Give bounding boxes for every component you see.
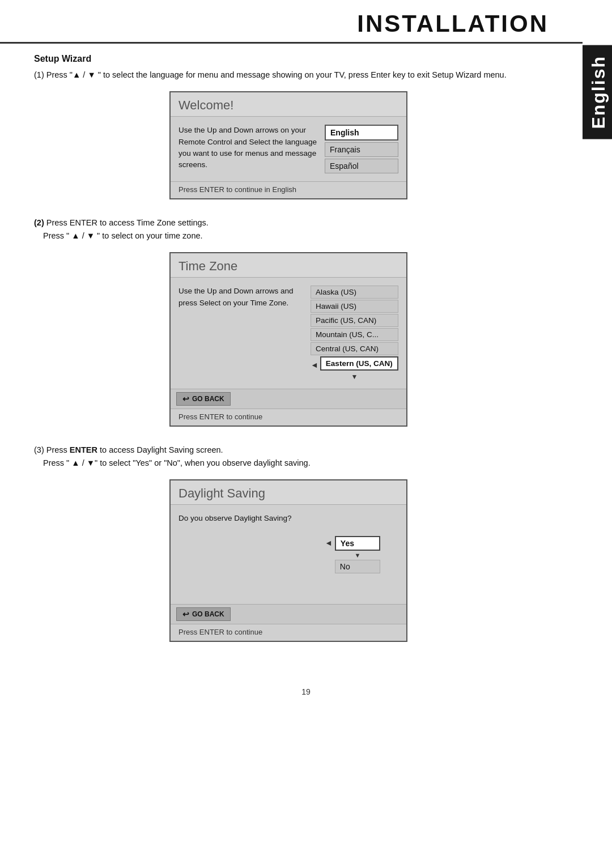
instruction-3-bold: ENTER [70, 445, 97, 454]
daylight-body: Do you observe Daylight Saving? ◄ Yes ▼ … [171, 505, 406, 603]
tz-alaska[interactable]: Alaska (US) [311, 286, 398, 299]
tz-hawaii[interactable]: Hawaii (US) [311, 300, 398, 313]
timezone-go-back-label: GO BACK [192, 395, 224, 403]
tz-eastern-row: ◄ Eastern (US, CAN) [311, 356, 398, 371]
welcome-title: Welcome! [171, 92, 406, 117]
main-content: Setup Wizard (1) Press "▲ / ▼ " to selec… [0, 44, 583, 682]
page-header: INSTALLATION [0, 0, 583, 44]
instruction-3: (3) Press ENTER to access Daylight Savin… [34, 444, 543, 469]
welcome-description: Use the Up and Down arrows on your Remot… [178, 125, 319, 173]
ds-selector-arrow: ◄ [325, 538, 333, 547]
timezone-screen: Time Zone Use the Up and Down arrows and… [169, 252, 407, 427]
timezone-title: Time Zone [171, 253, 406, 278]
language-option-espanol[interactable]: Español [325, 159, 398, 173]
welcome-footer: Press ENTER to continue in English [171, 181, 406, 198]
daylight-title: Daylight Saving [171, 480, 406, 505]
instruction-2-bold: (2) [34, 218, 44, 227]
instruction-2-main: Press ENTER to access Time Zone settings… [46, 218, 209, 227]
daylight-footer: Press ENTER to continue [171, 624, 406, 641]
daylight-bottom-bar: ↩ GO BACK [171, 604, 406, 624]
tz-central[interactable]: Central (US, CAN) [311, 342, 398, 355]
section-title: Setup Wizard [34, 54, 543, 64]
ds-no[interactable]: No [335, 560, 380, 573]
welcome-options: English Français Español [325, 125, 398, 173]
daylight-screen: Daylight Saving Do you observe Daylight … [169, 479, 407, 641]
language-option-english[interactable]: English [325, 125, 398, 141]
tz-mountain[interactable]: Mountain (US, C... [311, 328, 398, 341]
instruction-3-end: to access Daylight Saving screen. [97, 445, 223, 454]
welcome-body: Use the Up and Down arrows on your Remot… [171, 117, 406, 181]
timezone-bottom-bar: ↩ GO BACK [171, 389, 406, 409]
daylight-go-back-button[interactable]: ↩ GO BACK [176, 607, 231, 621]
instruction-1: (1) Press "▲ / ▼ " to select the languag… [34, 69, 543, 81]
side-tab-english: English [583, 45, 612, 139]
daylight-description: Do you observe Daylight Saving? [178, 513, 398, 524]
language-option-francais[interactable]: Français [325, 142, 398, 157]
timezone-body: Use the Up and Down arrows and press Sel… [171, 278, 406, 389]
timezone-description: Use the Up and Down arrows and press Sel… [178, 286, 305, 381]
page-title: INSTALLATION [34, 10, 549, 37]
daylight-go-back-label: GO BACK [192, 610, 224, 618]
instruction-3-sub: Press " ▲ / ▼" to select "Yes" or "No", … [34, 458, 311, 467]
instruction-3-main: (3) Press [34, 445, 70, 454]
welcome-screen: Welcome! Use the Up and Down arrows on y… [169, 91, 407, 199]
timezone-footer: Press ENTER to continue [171, 409, 406, 426]
instruction-2: (2) Press ENTER to access Time Zone sett… [34, 216, 543, 242]
tz-eastern[interactable]: Eastern (US, CAN) [320, 356, 398, 371]
instruction-2-sub: Press " ▲ / ▼ " to select on your time z… [34, 231, 203, 240]
tz-selector-arrow: ◄ [311, 360, 318, 369]
page-number: 19 [0, 682, 612, 708]
daylight-go-back-icon: ↩ [182, 610, 189, 619]
timezone-go-back-button[interactable]: ↩ GO BACK [176, 392, 231, 406]
ds-down-arrow: ▼ [335, 552, 380, 559]
ds-yes[interactable]: Yes [335, 536, 380, 551]
go-back-icon: ↩ [182, 394, 189, 403]
tz-down-arrow: ▼ [311, 372, 398, 381]
tz-pacific[interactable]: Pacific (US, CAN) [311, 314, 398, 327]
